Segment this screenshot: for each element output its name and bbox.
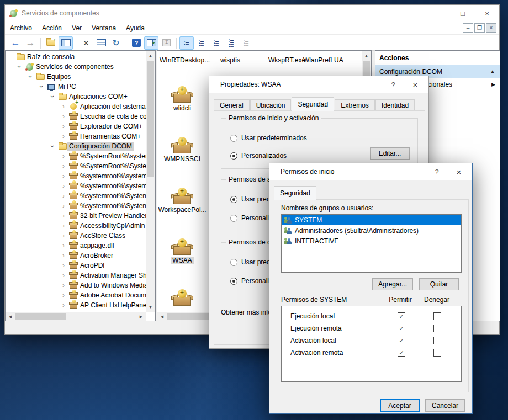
radio-unselected-icon[interactable] bbox=[230, 135, 237, 142]
scrollbar-thumb[interactable] bbox=[15, 313, 66, 320]
help-button[interactable]: ? bbox=[426, 163, 448, 180]
group-user-list[interactable]: SYSTEMAdministradores (s5ultra\Administr… bbox=[281, 214, 462, 273]
dcom-item-label[interactable]: wisptis bbox=[220, 56, 240, 64]
tree-item-ra-z-de-consola[interactable]: Raíz de consola bbox=[6, 52, 146, 62]
ok-button[interactable]: Aceptar bbox=[380, 399, 420, 412]
maximize-button[interactable]: □ bbox=[451, 5, 475, 22]
menu-ver[interactable]: Ver bbox=[67, 23, 87, 34]
scroll-right-icon[interactable]: ▶ bbox=[136, 312, 146, 321]
tree-item--systemroot-system32[interactable]: ›%systemroot%\System32 bbox=[6, 201, 146, 211]
deny-checkbox[interactable] bbox=[433, 312, 441, 320]
scrollbar-thumb[interactable] bbox=[147, 61, 154, 177]
deny-checkbox[interactable] bbox=[433, 349, 441, 357]
menu-accion[interactable]: Acción bbox=[37, 23, 67, 34]
tree-item-adobe-acrobat-documen[interactable]: ›Adobe Acrobat Documen bbox=[6, 290, 146, 300]
dcom-item-wsaa[interactable]: WSAA bbox=[157, 238, 207, 264]
tree-item--systemroot-system3[interactable]: ›%SystemRoot%\system3 bbox=[6, 151, 146, 161]
help-icon[interactable]: ? bbox=[129, 36, 144, 50]
allow-checkbox-checked[interactable]: ✓ bbox=[398, 349, 405, 357]
chevron-collapsed-icon[interactable]: › bbox=[59, 172, 68, 180]
chevron-collapsed-icon[interactable]: › bbox=[59, 182, 68, 190]
chevron-collapsed-icon[interactable]: › bbox=[59, 222, 68, 230]
view-customize-icon[interactable]: ▪▬ ▪▬ ▪▬ bbox=[239, 36, 253, 50]
user-row-interactive[interactable]: INTERACTIVE bbox=[282, 236, 461, 246]
view-details-icon[interactable]: ▪▬ ▪▬ ▪▬ ▪▬ bbox=[224, 36, 239, 50]
tree-item-accstore-class[interactable]: ›AccStore Class bbox=[6, 231, 146, 241]
dcom-item-workspacepol[interactable]: WorkspacePol... bbox=[157, 188, 207, 214]
chevron-expanded-icon[interactable]: › bbox=[38, 82, 45, 92]
minimize-button[interactable]: – bbox=[426, 5, 451, 22]
up-one-level-folder-icon[interactable] bbox=[44, 36, 58, 50]
add-button[interactable]: Agregar... bbox=[372, 278, 413, 290]
tab-seguridad[interactable]: Seguridad bbox=[274, 186, 316, 200]
chevron-collapsed-icon[interactable]: › bbox=[59, 301, 68, 309]
view-list-icon[interactable]: ▪▬ ▪▬ ▪▬ bbox=[209, 36, 224, 50]
collapse-icon[interactable]: ▲ bbox=[490, 69, 495, 74]
tree-item-32-bit-preview-handler-s[interactable]: ›32-bit Preview Handler S bbox=[6, 211, 146, 221]
chevron-collapsed-icon[interactable]: › bbox=[59, 281, 68, 289]
edit-button[interactable]: Editar... bbox=[370, 147, 410, 160]
tree-item-aplicaci-n-del-sistema[interactable]: ›Aplicación del sistema bbox=[6, 102, 146, 111]
scroll-left-icon[interactable]: ◀ bbox=[6, 312, 15, 321]
menu-ventana[interactable]: Ventana bbox=[87, 23, 121, 34]
chevron-collapsed-icon[interactable]: › bbox=[59, 272, 68, 279]
chevron-collapsed-icon[interactable]: › bbox=[59, 232, 68, 240]
export-list-icon[interactable] bbox=[159, 36, 173, 50]
allow-checkbox-checked[interactable]: ✓ bbox=[398, 312, 405, 320]
tree-item-acropdf[interactable]: ›AcroPDF bbox=[6, 260, 146, 270]
mdi-minimize-button[interactable]: – bbox=[463, 23, 473, 33]
tree-item-escucha-de-cola-de-comp[interactable]: ›Escucha de cola de comp bbox=[6, 111, 146, 121]
radio-selected-icon[interactable] bbox=[230, 196, 237, 203]
radio-unselected-icon[interactable] bbox=[230, 215, 237, 222]
scroll-up-icon[interactable]: ▲ bbox=[146, 51, 155, 60]
close-icon[interactable]: × bbox=[448, 163, 470, 180]
view-large-icons-icon[interactable]: ▪▬ ▪▬ bbox=[179, 36, 194, 50]
help-button[interactable]: ? bbox=[382, 76, 404, 93]
tree-item-accessibilitycpladmin[interactable]: ›AccessibilityCplAdmin bbox=[6, 221, 146, 231]
tree-item-ap-client-hxhelppanese[interactable]: ›AP Client HxHelpPaneSe bbox=[6, 300, 146, 310]
scroll-down-icon[interactable]: ▼ bbox=[146, 302, 155, 312]
view-small-icons-icon[interactable]: ▪▬ ▪▬ ▪▬ bbox=[194, 36, 209, 50]
mdi-close-button[interactable]: × bbox=[486, 23, 496, 33]
chevron-collapsed-icon[interactable]: › bbox=[59, 123, 68, 130]
tree-vertical-scrollbar[interactable]: ▲ ▼ bbox=[146, 51, 155, 312]
tree-item--systemroot-system32[interactable]: ›%systemroot%\System32 bbox=[6, 191, 146, 201]
tab-seguridad[interactable]: Seguridad bbox=[292, 97, 334, 111]
tab-extremos[interactable]: Extremos bbox=[335, 99, 375, 111]
dcom-item-wmpnssci[interactable]: WMPNSSCI bbox=[157, 137, 207, 163]
chevron-expanded-icon[interactable]: › bbox=[27, 72, 34, 82]
show-console-tree-icon[interactable] bbox=[59, 36, 73, 50]
scroll-left-icon[interactable]: ◀ bbox=[157, 312, 167, 321]
tree-item-explorador-de-com-[interactable]: ›Explorador de COM+ bbox=[6, 121, 146, 131]
dcom-item-label[interactable]: WInRTDesktop... bbox=[160, 56, 210, 64]
tab-ubicacion[interactable]: Ubicación bbox=[250, 99, 292, 111]
chevron-collapsed-icon[interactable]: › bbox=[59, 262, 68, 269]
delete-icon[interactable]: × bbox=[79, 36, 93, 50]
tree-item--systemroot-system32[interactable]: ›%systemroot%\system32 bbox=[6, 171, 146, 181]
deny-checkbox[interactable] bbox=[433, 337, 441, 344]
tree-item-configuraci-n-dcom[interactable]: ›Configuración DCOM bbox=[6, 141, 146, 151]
tree-item-servicios-de-componentes[interactable]: ›Servicios de componentes bbox=[6, 62, 146, 72]
chevron-collapsed-icon[interactable]: › bbox=[59, 212, 68, 220]
tree-item-mi-pc[interactable]: ›Mi PC bbox=[6, 82, 146, 92]
close-icon[interactable]: × bbox=[404, 76, 426, 93]
chevron-collapsed-icon[interactable]: › bbox=[59, 291, 68, 299]
tree-horizontal-scrollbar[interactable]: ◀ ▶ bbox=[6, 312, 146, 321]
tree-item-equipos[interactable]: ›Equipos bbox=[6, 72, 146, 82]
tree-item-herramientas-com-[interactable]: ›Herramientas COM+ bbox=[6, 131, 146, 141]
tree-item-acrobroker[interactable]: ›AcroBroker bbox=[6, 251, 146, 260]
radio-unselected-icon[interactable] bbox=[230, 259, 237, 266]
radio-selected-icon[interactable] bbox=[230, 278, 237, 285]
chevron-collapsed-icon[interactable]: › bbox=[59, 192, 68, 200]
show-action-pane-icon[interactable] bbox=[144, 36, 158, 50]
chevron-collapsed-icon[interactable]: › bbox=[59, 132, 68, 140]
chevron-collapsed-icon[interactable]: › bbox=[59, 162, 68, 170]
user-row-administradores-s5ultra-administradores-[interactable]: Administradores (s5ultra\Administradores… bbox=[282, 225, 461, 236]
refresh-icon[interactable]: ↻ bbox=[109, 36, 123, 50]
chevron-collapsed-icon[interactable]: › bbox=[59, 252, 68, 259]
chevron-expanded-icon[interactable]: › bbox=[15, 62, 23, 72]
tab-general[interactable]: General bbox=[214, 99, 250, 111]
properties-icon[interactable] bbox=[94, 36, 108, 50]
chevron-collapsed-icon[interactable]: › bbox=[59, 103, 68, 110]
tree-item-add-to-windows-media-p[interactable]: ›Add to Windows Media P bbox=[6, 280, 146, 290]
